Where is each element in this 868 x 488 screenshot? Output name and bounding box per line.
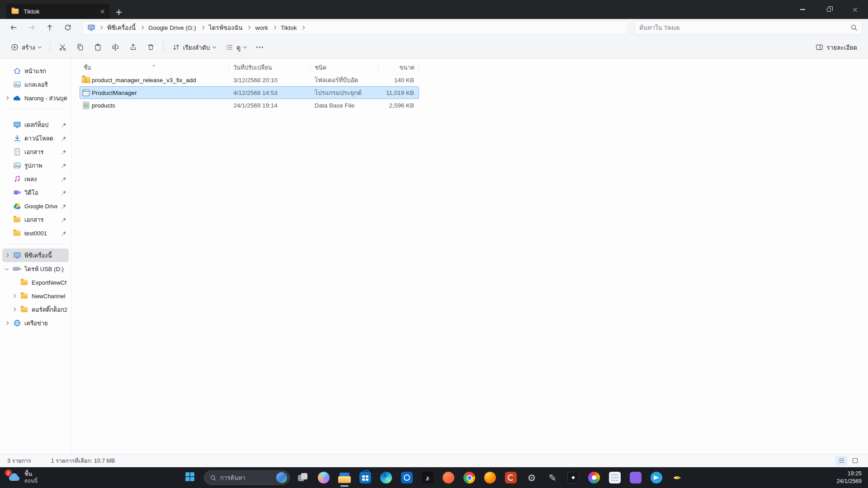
sidebar-item-test0001[interactable]: test0001	[2, 226, 69, 240]
edge-button[interactable]	[377, 468, 396, 488]
sidebar-item-documents[interactable]: เอกสาร	[2, 145, 69, 159]
delete-button[interactable]	[142, 39, 159, 56]
breadcrumb-my-drive[interactable]: ไดรฟ์ของฉัน	[208, 22, 244, 33]
store-button[interactable]	[356, 468, 375, 488]
chevron-right-icon	[301, 26, 305, 29]
cut-button[interactable]	[54, 39, 71, 56]
rename-button[interactable]	[107, 39, 124, 56]
forward-button[interactable]	[24, 21, 40, 34]
details-view-button[interactable]	[835, 456, 847, 466]
file-row[interactable]: product_manager_release_v3_fix_add 3/12/…	[80, 74, 419, 86]
start-button[interactable]	[181, 468, 200, 488]
telegram-button[interactable]	[647, 468, 666, 488]
sidebar-separator	[5, 244, 66, 244]
powerpoint-button[interactable]	[501, 468, 520, 488]
back-button[interactable]	[5, 21, 22, 34]
pin-icon[interactable]	[61, 189, 67, 196]
chrome-button[interactable]	[460, 468, 479, 488]
column-header-type[interactable]: ชนิด	[311, 61, 378, 74]
pin-icon[interactable]	[61, 135, 67, 141]
large-icons-view-button[interactable]	[849, 456, 861, 466]
breadcrumb-google-drive[interactable]: Google Drive (G:)	[147, 23, 197, 32]
sidebar-item-gallery[interactable]: แกลเลอรี	[2, 78, 69, 91]
restore-button[interactable]	[816, 0, 842, 19]
capcut-button[interactable]	[564, 468, 583, 488]
shopee-button[interactable]	[439, 468, 458, 488]
paste-button[interactable]	[90, 39, 106, 56]
settings-button[interactable]: ⚙	[522, 468, 541, 488]
sidebar-item-usb-drive[interactable]: ไดรฟ์ USB (D:)	[2, 262, 69, 276]
more-options-button[interactable]	[252, 39, 268, 56]
system-clock[interactable]: 19:25 24/1/2569	[836, 470, 862, 486]
refresh-button[interactable]	[60, 21, 76, 34]
pin-icon[interactable]	[61, 122, 67, 128]
view-list-icon	[226, 43, 233, 51]
pin-icon[interactable]	[61, 176, 67, 182]
pin-icon[interactable]	[61, 162, 67, 169]
share-button[interactable]	[125, 39, 142, 56]
sidebar-item-pictures[interactable]: รูปภาพ	[2, 159, 69, 172]
sidebar-item-desktop[interactable]: เดสก์ท็อป	[2, 118, 69, 131]
sidebar-item-home[interactable]: หน้าแรก	[2, 64, 69, 78]
minimize-button[interactable]	[789, 0, 816, 19]
breadcrumb[interactable]: พีซีเครื่องนี้ Google Drive (G:) ไดรฟ์ขอ…	[82, 21, 628, 35]
taskbar-apps: การค้นหา ♪ ⚙ ✎ ✒	[181, 468, 687, 488]
file-row[interactable]: products 24/1/2569 19:14 Data Base File …	[80, 99, 419, 112]
tab-close-icon[interactable]	[100, 9, 105, 14]
sidebar-item-documents-folder[interactable]: เอกสาร	[2, 213, 69, 226]
sidebar-item-onedrive[interactable]: Narong - ส่วนบุคคล	[2, 91, 69, 105]
details-pane-icon	[816, 43, 823, 51]
up-button[interactable]	[42, 21, 58, 34]
pin-icon[interactable]	[61, 216, 67, 223]
photos-icon	[588, 472, 600, 483]
sidebar-item-this-pc[interactable]: พีซีเครื่องนี้	[2, 249, 69, 262]
search-input[interactable]	[639, 24, 850, 31]
firefox-button[interactable]	[481, 468, 500, 488]
explorer-tab[interactable]: Tiktok	[6, 4, 109, 19]
sidebar-item-google-drive[interactable]: Google Drive (G:)	[2, 199, 69, 213]
column-header-name[interactable]: ชื่อ	[80, 61, 229, 74]
sidebar-item-downloads[interactable]: ดาวน์โหลด	[2, 131, 69, 145]
pin-icon[interactable]	[61, 149, 67, 155]
tiktok-button[interactable]: ♪	[418, 468, 437, 488]
outlook-button[interactable]	[397, 468, 416, 488]
breadcrumb-this-pc[interactable]: พีซีเครื่องนี้	[106, 22, 137, 33]
breadcrumb-tiktok[interactable]: Tiktok	[280, 23, 298, 32]
column-header-size[interactable]: ขนาด	[378, 61, 419, 74]
pin-icon[interactable]	[61, 230, 67, 236]
sort-button[interactable]: เรียงลำดับ	[168, 39, 221, 56]
chevron-right-icon	[273, 26, 276, 29]
copilot-button[interactable]	[314, 468, 333, 488]
file-explorer-button[interactable]	[335, 468, 354, 488]
usb-drive-icon	[13, 265, 21, 273]
view-button[interactable]: ดู	[221, 39, 251, 56]
figma-button[interactable]	[626, 468, 645, 488]
notepad-button[interactable]	[605, 468, 624, 488]
sidebar-item-tiktok-course[interactable]: คอร์สติ๊กต็อก2026	[9, 303, 69, 316]
photos-button[interactable]	[585, 468, 604, 488]
weather-widget[interactable]: 2 ชื้น ตอนนี้	[5, 469, 40, 487]
share-icon	[129, 43, 137, 51]
new-tab-button[interactable]	[111, 5, 127, 19]
chrome-icon	[463, 472, 475, 483]
column-headers: ชื่อ วันที่ปรับเปลี่ยน ชนิด ขนาด	[80, 61, 868, 74]
quill-app-button[interactable]: ✒	[668, 468, 687, 488]
details-pane-button[interactable]: รายละเอียด	[811, 39, 862, 56]
new-button[interactable]: สร้าง	[6, 39, 46, 56]
close-button[interactable]	[842, 0, 868, 19]
sidebar-item-newchannel[interactable]: NewChannel	[9, 289, 69, 303]
folder-icon	[20, 278, 28, 287]
column-header-date-modified[interactable]: วันที่ปรับเปลี่ยน	[229, 61, 311, 74]
sidebar-item-exportnewchanel[interactable]: ExportNewChanel	[9, 276, 69, 289]
sidebar-item-music[interactable]: เพลง	[2, 172, 69, 186]
pin-icon[interactable]	[61, 203, 67, 209]
file-row-selected[interactable]: ProductManager 4/12/2568 14:53 โปรแกรมปร…	[80, 86, 419, 99]
copy-button[interactable]	[72, 39, 89, 56]
window-titlebar: Tiktok	[0, 0, 868, 19]
pen-app-button[interactable]: ✎	[543, 468, 562, 488]
taskbar-search[interactable]: การค้นหา	[204, 470, 290, 485]
task-view-button[interactable]	[293, 468, 312, 488]
sidebar-item-network[interactable]: เครือข่าย	[2, 316, 69, 330]
sidebar-item-videos[interactable]: วิดีโอ	[2, 186, 69, 199]
breadcrumb-work[interactable]: work	[254, 23, 269, 32]
